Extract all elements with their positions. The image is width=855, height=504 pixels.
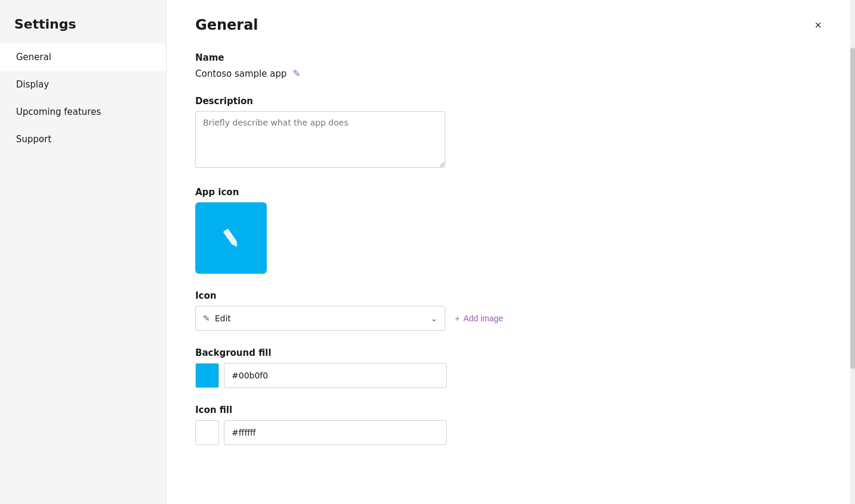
app-name-value: Contoso sample app xyxy=(195,68,287,79)
icon-section: Icon ✎ Edit ⌄ + Add image xyxy=(195,290,826,331)
description-section: Description xyxy=(195,96,826,170)
description-label: Description xyxy=(195,96,826,107)
icon-fill-section: Icon fill xyxy=(195,405,826,445)
icon-fill-swatch[interactable] xyxy=(195,420,219,445)
icon-fill-input[interactable] xyxy=(224,420,447,445)
main-header: General × xyxy=(195,17,826,33)
chevron-down-icon: ⌄ xyxy=(430,314,438,323)
icon-label: Icon xyxy=(195,290,826,301)
background-fill-section: Background fill xyxy=(195,348,826,388)
app-icon-label: App icon xyxy=(195,187,826,198)
sidebar-title: Settings xyxy=(0,0,166,43)
sidebar-nav: General Display Upcoming features Suppor… xyxy=(0,43,166,153)
sidebar-item-display[interactable]: Display xyxy=(0,71,166,98)
background-fill-row xyxy=(195,363,826,388)
scrollbar-thumb[interactable] xyxy=(850,48,855,369)
plus-icon: + xyxy=(455,314,460,323)
sidebar-item-support[interactable]: Support xyxy=(0,126,166,153)
icon-row: ✎ Edit ⌄ + Add image xyxy=(195,306,826,331)
name-section: Name Contoso sample app ✎ xyxy=(195,52,826,79)
scrollbar-track xyxy=(850,0,855,504)
icon-dropdown-value: Edit xyxy=(215,314,231,323)
edit-name-icon[interactable]: ✎ xyxy=(293,68,301,79)
background-fill-input[interactable] xyxy=(224,363,447,388)
name-row: Contoso sample app ✎ xyxy=(195,68,826,79)
sidebar-item-general[interactable]: General xyxy=(0,43,166,71)
icon-fill-row xyxy=(195,420,826,445)
sidebar-item-upcoming-features[interactable]: Upcoming features xyxy=(0,98,166,126)
sidebar: Settings General Display Upcoming featur… xyxy=(0,0,167,504)
icon-dropdown[interactable]: ✎ Edit ⌄ xyxy=(195,306,445,331)
icon-fill-label: Icon fill xyxy=(195,405,826,415)
page-title: General xyxy=(195,17,258,33)
add-image-button[interactable]: + Add image xyxy=(455,314,503,323)
add-image-label: Add image xyxy=(463,314,503,323)
description-textarea[interactable] xyxy=(195,111,445,168)
main-panel: General × Name Contoso sample app ✎ Desc… xyxy=(167,0,855,504)
close-button[interactable]: × xyxy=(810,17,826,33)
app-icon-section: App icon xyxy=(195,187,826,274)
dropdown-pencil-icon: ✎ xyxy=(203,314,210,323)
name-label: Name xyxy=(195,52,826,63)
app-icon-pencil-svg xyxy=(218,225,244,251)
background-fill-label: Background fill xyxy=(195,348,826,358)
background-fill-swatch[interactable] xyxy=(195,363,219,388)
app-icon-preview[interactable] xyxy=(195,202,267,274)
